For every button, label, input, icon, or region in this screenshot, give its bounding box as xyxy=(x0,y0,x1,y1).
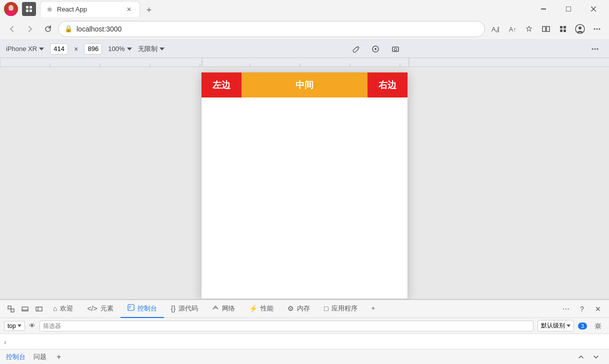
welcome-label: 欢迎 xyxy=(60,304,73,313)
svg-rect-18 xyxy=(564,30,566,32)
active-tab[interactable]: ⚛ React App ✕ xyxy=(40,1,140,17)
level-selector[interactable]: 默认级别 xyxy=(538,320,574,332)
sources-label: 源代码 xyxy=(178,304,198,313)
minimize-button[interactable] xyxy=(532,1,555,17)
svg-rect-3 xyxy=(26,6,28,8)
inspect-button[interactable] xyxy=(368,41,384,57)
console-content: › xyxy=(0,334,609,349)
extensions-button[interactable] xyxy=(22,2,36,16)
favorites-button[interactable] xyxy=(521,21,537,37)
svg-rect-6 xyxy=(30,10,32,12)
devtools-help-button[interactable]: ? xyxy=(575,302,589,316)
svg-rect-4 xyxy=(30,6,32,8)
filter-input[interactable] xyxy=(40,320,534,332)
window-controls xyxy=(532,1,605,17)
devtools-undock-button[interactable] xyxy=(4,302,18,316)
context-label: top xyxy=(8,322,16,330)
svg-rect-15 xyxy=(560,26,562,28)
back-button[interactable] xyxy=(4,21,20,37)
scroll-down-button[interactable] xyxy=(589,350,603,364)
split-view-button[interactable] xyxy=(538,21,554,37)
dimension-separator: × xyxy=(74,45,78,53)
read-aloud-button[interactable]: A↑ xyxy=(504,21,520,37)
left-label: 左边 xyxy=(212,79,230,91)
console-bottom-tab[interactable]: 控制台 xyxy=(6,352,26,362)
zoom-label: 100% xyxy=(108,45,124,52)
tab-welcome[interactable]: ⌂ 欢迎 xyxy=(46,300,80,318)
right-section: 右边 xyxy=(368,72,408,98)
console-toolbar: top 👁 默认级别 3 xyxy=(0,318,609,334)
svg-point-25 xyxy=(374,48,376,50)
forward-button[interactable] xyxy=(22,21,38,37)
svg-point-30 xyxy=(597,48,598,50)
svg-rect-16 xyxy=(564,26,566,28)
issues-bottom-tab[interactable]: 问题 xyxy=(34,352,46,362)
more-button[interactable] xyxy=(589,21,605,37)
maximize-button[interactable] xyxy=(557,1,580,17)
more-device-options[interactable] xyxy=(587,41,603,57)
tab-application[interactable]: □ 应用程序 xyxy=(317,300,364,318)
svg-rect-5 xyxy=(26,10,28,12)
elements-icon: </> xyxy=(87,304,97,312)
svg-point-20 xyxy=(578,26,582,30)
throttle-selector[interactable]: 无限制 xyxy=(138,44,164,54)
device-selector[interactable]: iPhone XR xyxy=(6,45,44,52)
tab-memory[interactable]: ⚙ 内存 xyxy=(280,300,317,318)
device-name-label: iPhone XR xyxy=(6,45,37,52)
devtools-panel: ⌂ 欢迎 </> 元素 控制台 {} 源代码 网络 xyxy=(0,299,609,364)
svg-point-1 xyxy=(8,5,14,11)
width-input[interactable] xyxy=(50,44,68,54)
browser-content: 左边 中间 右边 xyxy=(0,67,609,299)
console-settings-button[interactable] xyxy=(591,319,605,333)
svg-rect-14 xyxy=(546,26,550,32)
throttle-label: 无限制 xyxy=(138,44,158,54)
tab-add[interactable]: + xyxy=(364,300,382,318)
add-bottom-tab-button[interactable]: + xyxy=(56,352,61,362)
application-label: 应用程序 xyxy=(332,304,358,313)
lock-icon: 🔒 xyxy=(64,25,72,32)
svg-point-21 xyxy=(594,28,596,30)
elements-label: 元素 xyxy=(100,304,114,313)
tab-performance[interactable]: ⚡ 性能 xyxy=(242,300,280,318)
scroll-up-button[interactable] xyxy=(574,350,588,364)
filter-eye-icon[interactable]: 👁 xyxy=(29,322,36,330)
read-mode-button[interactable]: Aあ xyxy=(487,21,503,37)
tab-sources[interactable]: {} 源代码 xyxy=(164,300,205,318)
navigation-bar: 🔒 localhost:3000 Aあ A↑ xyxy=(0,18,609,40)
tab-close-button[interactable]: ✕ xyxy=(124,5,134,14)
collections-button[interactable] xyxy=(555,21,571,37)
console-input-arrow[interactable]: › xyxy=(4,338,6,346)
device-frame: 左边 中间 右边 xyxy=(201,72,408,299)
profile-button[interactable] xyxy=(572,21,588,37)
tab-console[interactable]: 控制台 xyxy=(120,300,164,318)
svg-text:A↑: A↑ xyxy=(509,26,516,33)
svg-point-27 xyxy=(394,48,397,50)
console-icon xyxy=(128,304,134,312)
error-badge: 3 xyxy=(578,322,587,330)
zoom-selector[interactable]: 100% xyxy=(108,45,132,52)
title-bar-left xyxy=(4,2,36,16)
close-button[interactable] xyxy=(582,1,605,17)
tab-elements[interactable]: </> 元素 xyxy=(80,300,120,318)
devtools-close-button[interactable]: ✕ xyxy=(591,302,605,316)
eyedropper-button[interactable] xyxy=(348,41,364,57)
ruler xyxy=(0,58,609,67)
height-input[interactable] xyxy=(84,44,102,54)
svg-text:Aあ: Aあ xyxy=(492,26,499,33)
nav-actions: Aあ A↑ xyxy=(487,21,605,37)
devtools-more-button[interactable]: ⋯ xyxy=(559,302,573,316)
svg-point-28 xyxy=(592,48,594,50)
devtools-dock-side-button[interactable] xyxy=(32,302,46,316)
address-bar[interactable]: 🔒 localhost:3000 xyxy=(58,21,485,37)
profile-avatar[interactable] xyxy=(4,2,18,16)
refresh-button[interactable] xyxy=(40,21,56,37)
capture-button[interactable] xyxy=(388,41,404,57)
svg-rect-43 xyxy=(8,306,11,309)
svg-point-23 xyxy=(599,28,600,30)
new-tab-button[interactable]: + xyxy=(142,3,156,17)
svg-rect-47 xyxy=(36,307,42,311)
device-toolbar: iPhone XR × 100% 无限制 xyxy=(0,40,609,58)
devtools-dock-button[interactable] xyxy=(18,302,32,316)
tab-network[interactable]: 网络 xyxy=(205,300,242,318)
context-selector[interactable]: top xyxy=(4,321,25,331)
